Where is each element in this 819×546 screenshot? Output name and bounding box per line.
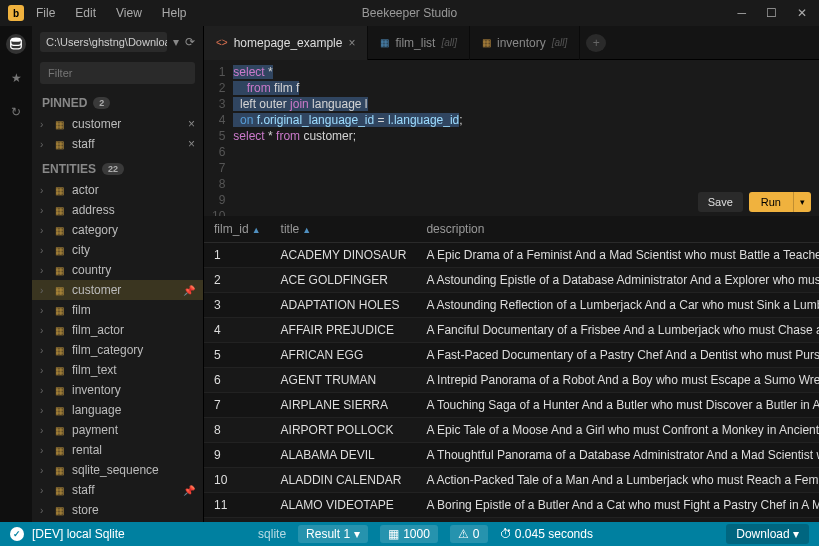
tab[interactable]: ▦inventory[all] bbox=[470, 26, 580, 60]
menu-help[interactable]: Help bbox=[154, 2, 195, 24]
entity-item[interactable]: ›▦film_category bbox=[32, 340, 203, 360]
table-row[interactable]: 8AIRPORT POLLOCKA Epic Tale of a Moose A… bbox=[204, 418, 819, 443]
cell-desc: A Epic Tale of a Moose And a Girl who mu… bbox=[416, 418, 819, 443]
table-row[interactable]: 11ALAMO VIDEOTAPEA Boring Epistle of a B… bbox=[204, 493, 819, 518]
chevron-down-icon[interactable]: ▾ bbox=[173, 35, 179, 49]
menu-view[interactable]: View bbox=[108, 2, 150, 24]
table-row[interactable]: 5AFRICAN EGGA Fast-Paced Documentary of … bbox=[204, 343, 819, 368]
entity-item[interactable]: ›▦address bbox=[32, 200, 203, 220]
cell-title: AGENT TRUMAN bbox=[271, 368, 417, 393]
cell-id: 6 bbox=[204, 368, 271, 393]
close-button[interactable]: ✕ bbox=[793, 4, 811, 22]
tab[interactable]: <>homepage_example× bbox=[204, 26, 368, 60]
entity-item[interactable]: ›▦city bbox=[32, 240, 203, 260]
column-description[interactable]: description bbox=[416, 216, 819, 243]
minimize-button[interactable]: ─ bbox=[733, 4, 750, 22]
entity-item[interactable]: ›▦film bbox=[32, 300, 203, 320]
result-selector[interactable]: Result 1 ▾ bbox=[298, 525, 368, 543]
history-icon[interactable]: ↻ bbox=[6, 102, 26, 122]
star-icon[interactable]: ★ bbox=[6, 68, 26, 88]
cell-title: AFFAIR PREJUDICE bbox=[271, 318, 417, 343]
pinned-item[interactable]: ›▦staff× bbox=[32, 134, 203, 154]
table-row[interactable]: 1ACADEMY DINOSAURA Epic Drama of a Femin… bbox=[204, 243, 819, 268]
entity-item[interactable]: ›▦language bbox=[32, 400, 203, 420]
entities-header: ENTITIES22 bbox=[32, 154, 203, 180]
pin-icon[interactable]: 📌 bbox=[183, 285, 195, 296]
table-label: customer bbox=[72, 117, 183, 131]
save-button[interactable]: Save bbox=[698, 192, 743, 212]
entity-item[interactable]: ›▦country bbox=[32, 260, 203, 280]
entity-label: payment bbox=[72, 423, 195, 437]
cell-desc: A Thoughtful Panorama of a Database Admi… bbox=[416, 443, 819, 468]
cell-id: 1 bbox=[204, 243, 271, 268]
entity-item[interactable]: ›▦film_actor bbox=[32, 320, 203, 340]
tab-label: homepage_example bbox=[234, 36, 343, 50]
entity-item[interactable]: ›▦category bbox=[32, 220, 203, 240]
status-ok-icon: ✓ bbox=[10, 527, 24, 541]
cell-title: ALABAMA DEVIL bbox=[271, 443, 417, 468]
table-row[interactable]: 10ALADDIN CALENDARA Action-Packed Tale o… bbox=[204, 468, 819, 493]
entity-item[interactable]: ›▦rental bbox=[32, 440, 203, 460]
table-row[interactable]: 7AIRPLANE SIERRAA Touching Saga of a Hun… bbox=[204, 393, 819, 418]
unpin-icon[interactable]: × bbox=[188, 137, 195, 151]
sidebar: C:\Users\ghstng\Downloads ▾ ⟳ PINNED2 ›▦… bbox=[32, 26, 204, 522]
column-film-id[interactable]: film_id▲ bbox=[204, 216, 271, 243]
table-icon: ▦ bbox=[55, 405, 67, 416]
cell-desc: A Epic Drama of a Feminist And a Mad Sci… bbox=[416, 243, 819, 268]
chevron-right-icon: › bbox=[40, 505, 50, 516]
table-row[interactable]: 6AGENT TRUMANA Intrepid Panorama of a Ro… bbox=[204, 368, 819, 393]
menu-edit[interactable]: Edit bbox=[67, 2, 104, 24]
table-icon: ▦ bbox=[55, 425, 67, 436]
table-icon: ▦ bbox=[55, 285, 67, 296]
entity-label: staff bbox=[72, 483, 178, 497]
tab[interactable]: ▦film_list[all] bbox=[368, 26, 470, 60]
entity-item[interactable]: ›▦store bbox=[32, 500, 203, 520]
sql-editor[interactable]: 12345678910 select * from film f left ou… bbox=[204, 60, 819, 188]
entity-label: city bbox=[72, 243, 195, 257]
entity-item[interactable]: ›▦customer📌 bbox=[32, 280, 203, 300]
table-icon: ▦ bbox=[55, 445, 67, 456]
run-dropdown-button[interactable]: ▾ bbox=[793, 192, 811, 212]
column-title[interactable]: title▲ bbox=[271, 216, 417, 243]
chevron-right-icon: › bbox=[40, 305, 50, 316]
maximize-button[interactable]: ☐ bbox=[762, 4, 781, 22]
database-icon[interactable] bbox=[6, 34, 26, 54]
table-icon: ▦ bbox=[55, 245, 67, 256]
cell-id: 4 bbox=[204, 318, 271, 343]
svg-point-0 bbox=[11, 37, 22, 41]
entity-item[interactable]: ›▦inventory bbox=[32, 380, 203, 400]
new-tab-button[interactable]: + bbox=[586, 34, 606, 52]
refresh-icon[interactable]: ⟳ bbox=[185, 35, 195, 49]
filter-input[interactable] bbox=[40, 62, 195, 84]
run-button[interactable]: Run bbox=[749, 192, 793, 212]
tab-suffix: [all] bbox=[552, 37, 568, 48]
unpin-icon[interactable]: × bbox=[188, 117, 195, 131]
connection-selector[interactable]: C:\Users\ghstng\Downloads bbox=[40, 32, 167, 52]
table-row[interactable]: 4AFFAIR PREJUDICEA Fanciful Documentary … bbox=[204, 318, 819, 343]
download-button[interactable]: Download ▾ bbox=[726, 524, 809, 544]
chevron-right-icon: › bbox=[40, 205, 50, 216]
close-icon[interactable]: × bbox=[348, 36, 355, 50]
table-row[interactable]: 3ADAPTATION HOLESA Astounding Reflection… bbox=[204, 293, 819, 318]
status-bar: ✓ [DEV] local Sqlite sqlite Result 1 ▾ ▦… bbox=[0, 522, 819, 546]
entity-item[interactable]: ›▦staff📌 bbox=[32, 480, 203, 500]
entity-item[interactable]: ›▦film_text bbox=[32, 360, 203, 380]
cell-title: AIRPLANE SIERRA bbox=[271, 393, 417, 418]
table-row[interactable]: 9ALABAMA DEVILA Thoughtful Panorama of a… bbox=[204, 443, 819, 468]
menu-file[interactable]: File bbox=[28, 2, 63, 24]
table-row[interactable]: 2ACE GOLDFINGERA Astounding Epistle of a… bbox=[204, 268, 819, 293]
chevron-right-icon: › bbox=[40, 245, 50, 256]
row-count: ▦ 1000 bbox=[380, 525, 438, 543]
entity-item[interactable]: ›▦sqlite_sequence bbox=[32, 460, 203, 480]
cell-title: AIRPORT POLLOCK bbox=[271, 418, 417, 443]
pinned-item[interactable]: ›▦customer× bbox=[32, 114, 203, 134]
results-table[interactable]: film_id▲ title▲ description 1ACADEMY DIN… bbox=[204, 216, 819, 522]
entity-label: address bbox=[72, 203, 195, 217]
table-icon: ▦ bbox=[55, 365, 67, 376]
cell-title: ALAMO VIDEOTAPE bbox=[271, 493, 417, 518]
entity-item[interactable]: ›▦payment bbox=[32, 420, 203, 440]
entity-label: sqlite_sequence bbox=[72, 463, 195, 477]
pin-icon[interactable]: 📌 bbox=[183, 485, 195, 496]
table-icon: ▦ bbox=[55, 139, 67, 150]
entity-item[interactable]: ›▦actor bbox=[32, 180, 203, 200]
